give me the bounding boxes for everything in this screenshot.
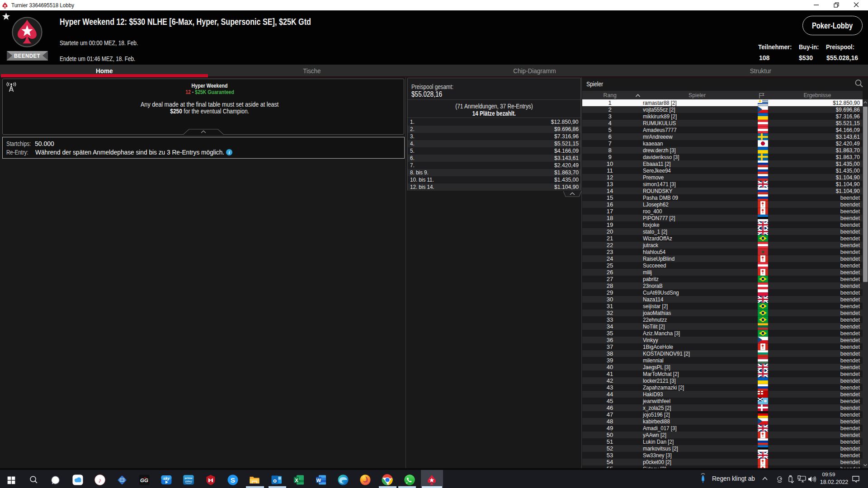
svg-text:sky: sky (163, 476, 170, 481)
svg-text:W: W (316, 478, 321, 483)
svg-text:X: X (295, 478, 298, 483)
svg-text:S: S (231, 476, 235, 484)
svg-text:o: o (273, 477, 277, 484)
svg-text:♪: ♪ (98, 476, 102, 484)
svg-text:video: video (185, 479, 192, 483)
svg-text:GG: GG (140, 478, 148, 483)
